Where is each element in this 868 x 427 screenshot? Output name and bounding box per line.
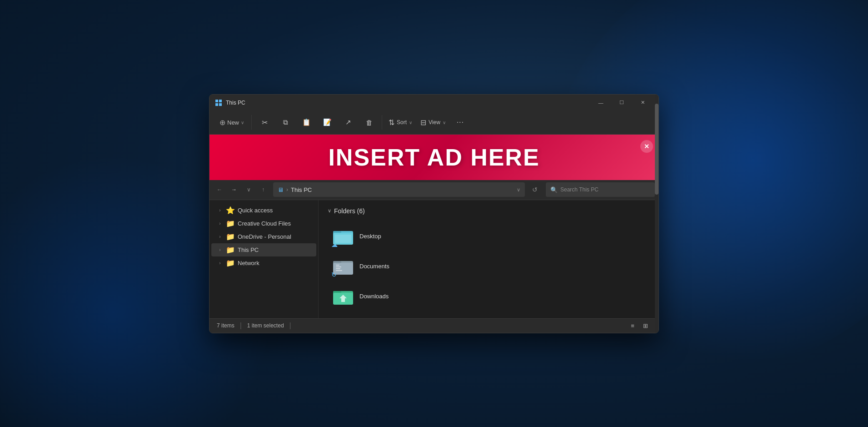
svg-rect-12: [336, 266, 341, 267]
statusbar-sep-2: |: [289, 322, 291, 330]
search-placeholder: Search This PC: [560, 186, 599, 193]
onedrive-icon: 📁: [226, 232, 235, 241]
ad-text: INSERT AD HERE: [328, 144, 539, 171]
view-button[interactable]: ⊟ View ∨: [417, 112, 449, 132]
desktop-folder-name: Desktop: [359, 233, 381, 240]
up-button[interactable]: ↑: [257, 183, 269, 196]
statusbar: 7 items | 1 item selected | ≡ ⊞: [210, 318, 658, 333]
new-icon: ⊕: [219, 118, 225, 127]
copy-button[interactable]: ⧉: [275, 112, 295, 132]
address-bar[interactable]: 🖥 › This PC ∨: [273, 182, 525, 197]
sidebar-item-this-pc[interactable]: › 📁 This PC: [211, 243, 316, 256]
folder-item-desktop[interactable]: ☁ Desktop: [328, 222, 649, 251]
delete-button[interactable]: 🗑: [359, 112, 379, 132]
refresh-button[interactable]: ↺: [529, 183, 541, 196]
this-pc-icon: 📁: [226, 246, 235, 254]
creative-cloud-chevron: ›: [217, 221, 223, 226]
content-area: › ⭐ Quick access › 📁 Creative Cloud File…: [210, 200, 658, 318]
grid-view-button[interactable]: ⊞: [639, 320, 651, 331]
titlebar-left: This PC: [215, 99, 245, 106]
file-explorer-window: This PC — ☐ ✕ ⊕ New ∨ ✂ ⧉ 📋 📝 ↗: [209, 94, 659, 333]
new-chevron-icon: ∨: [241, 120, 244, 125]
forward-button[interactable]: →: [228, 183, 240, 196]
toolbar-sep-1: [251, 115, 252, 130]
copy-icon: ⧉: [283, 118, 288, 126]
ad-banner: INSERT AD HERE ✕: [210, 135, 658, 180]
new-button[interactable]: ⊕ New ∨: [215, 112, 249, 132]
address-separator: ›: [286, 186, 288, 193]
creative-cloud-label: Creative Cloud Files: [238, 220, 291, 227]
address-chevron-icon: ∨: [517, 187, 520, 193]
titlebar-controls: — ☐ ✕: [590, 95, 653, 111]
desktop-sync-icon: ☁: [331, 241, 338, 248]
folders-chevron-icon: ∨: [328, 208, 331, 214]
onedrive-chevron: ›: [217, 234, 223, 239]
window-icon: [215, 99, 222, 106]
this-pc-label: This PC: [238, 246, 259, 253]
delete-icon: 🗑: [366, 119, 373, 126]
new-label: New: [227, 119, 239, 126]
this-pc-chevron: ›: [217, 247, 223, 252]
more-button[interactable]: ···: [450, 112, 470, 132]
svg-rect-2: [215, 103, 218, 106]
rename-button[interactable]: 📝: [317, 112, 337, 132]
sidebar-item-network[interactable]: › 📁 Network: [211, 256, 316, 270]
maximize-button[interactable]: ☐: [611, 95, 632, 111]
statusbar-sep-1: |: [240, 322, 242, 330]
documents-folder-icon-wrap: ↻: [332, 256, 354, 277]
search-box[interactable]: 🔍 Search This PC: [546, 182, 655, 197]
svg-rect-3: [219, 103, 222, 106]
cut-icon: ✂: [262, 118, 268, 127]
sidebar: › ⭐ Quick access › 📁 Creative Cloud File…: [210, 200, 319, 318]
back-button[interactable]: ←: [213, 183, 226, 196]
quick-access-label: Quick access: [238, 207, 273, 214]
more-icon: ···: [457, 118, 464, 126]
paste-icon: 📋: [302, 118, 311, 126]
selected-count: 1 item selected: [247, 322, 284, 329]
navbar: ← → ∨ ↑ 🖥 › This PC ∨ ↺ 🔍 Search This PC: [210, 180, 658, 200]
rename-icon: 📝: [323, 118, 332, 126]
network-label: Network: [238, 260, 259, 266]
svg-rect-11: [336, 265, 339, 266]
share-button[interactable]: ↗: [338, 112, 358, 132]
view-label: View: [429, 119, 440, 126]
downloads-folder-svg: [333, 288, 353, 305]
folders-section-header[interactable]: ∨ Folders (6): [328, 207, 649, 215]
search-icon: 🔍: [550, 186, 558, 193]
titlebar: This PC — ☐ ✕: [210, 95, 658, 111]
cut-button[interactable]: ✂: [254, 112, 274, 132]
address-icon: 🖥: [278, 186, 284, 193]
quick-access-icon: ⭐: [226, 206, 235, 215]
minimize-button[interactable]: —: [590, 95, 611, 111]
desktop-folder-icon-wrap: ☁: [332, 226, 354, 247]
sort-button[interactable]: ⇅ Sort ∨: [385, 112, 416, 132]
toolbar-sep-2: [382, 115, 382, 130]
items-count: 7 items: [217, 322, 234, 329]
paste-button[interactable]: 📋: [296, 112, 316, 132]
window-title: This PC: [226, 100, 245, 106]
ad-close-button[interactable]: ✕: [640, 140, 653, 153]
downloads-folder-icon-wrap: [332, 286, 354, 307]
creative-cloud-icon: 📁: [226, 219, 235, 228]
svg-rect-0: [215, 100, 218, 102]
history-button[interactable]: ∨: [242, 183, 255, 196]
folders-grid: ☁ Desktop: [328, 222, 649, 311]
svg-rect-14: [336, 270, 342, 271]
downloads-folder-name: Downloads: [359, 293, 389, 300]
svg-rect-1: [219, 100, 222, 102]
close-button[interactable]: ✕: [632, 95, 653, 111]
folder-item-downloads[interactable]: Downloads: [328, 282, 649, 311]
list-view-button[interactable]: ≡: [627, 320, 639, 331]
sidebar-item-quick-access[interactable]: › ⭐ Quick access: [211, 204, 316, 217]
sidebar-item-onedrive[interactable]: › 📁 OneDrive - Personal: [211, 230, 316, 243]
view-icon: ⊟: [420, 118, 426, 127]
sidebar-item-creative-cloud[interactable]: › 📁 Creative Cloud Files: [211, 217, 316, 230]
address-text: This PC: [291, 186, 312, 193]
scrollbar-track: [655, 200, 658, 318]
view-toggle-buttons: ≡ ⊞: [627, 320, 651, 331]
onedrive-label: OneDrive - Personal: [238, 233, 291, 240]
documents-folder-name: Documents: [359, 263, 389, 270]
folder-item-documents[interactable]: ↻ Documents: [328, 252, 649, 281]
share-icon: ↗: [345, 118, 351, 126]
quick-access-chevron: ›: [217, 208, 223, 213]
